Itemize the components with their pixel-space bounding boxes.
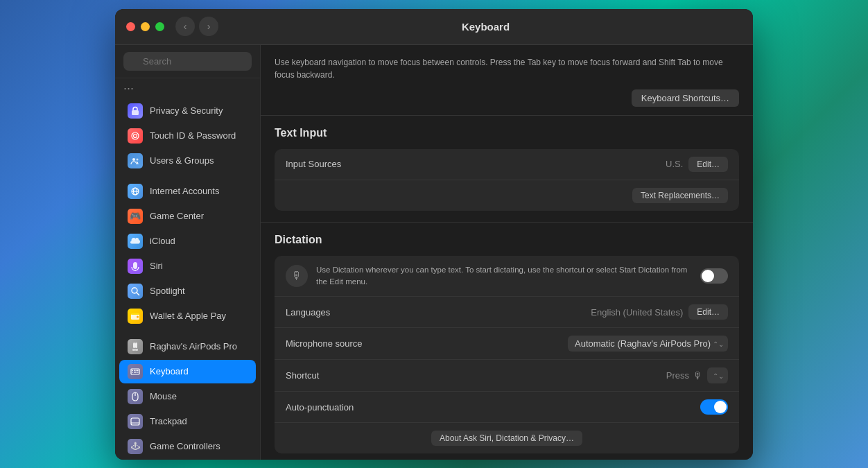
shortcut-mic-icon: 🎙 — [693, 370, 703, 381]
keyboard-icon — [128, 364, 143, 379]
forward-button[interactable]: › — [199, 17, 218, 36]
languages-value: English (United States) — [591, 307, 683, 318]
text-replacements-row: Text Replacements… — [275, 180, 739, 211]
titlebar: ‹ › Keyboard — [115, 9, 753, 45]
sidebar-item-privacy[interactable]: Privacy & Security — [119, 99, 256, 123]
input-sources-label: Input Sources — [286, 159, 666, 169]
gamecontrollers-icon: 🕹 — [128, 439, 143, 454]
sidebar-item-airpods[interactable]: Raghav's AirPods Pro — [119, 335, 256, 358]
languages-label: Languages — [286, 307, 591, 318]
sidebar-item-spotlight[interactable]: Spotlight — [119, 279, 256, 303]
input-sources-row: Input Sources U.S. Edit… — [275, 149, 739, 180]
search-wrapper: ⌕ — [123, 52, 252, 71]
airpods-icon — [128, 339, 143, 354]
dictation-toggle[interactable] — [700, 268, 728, 284]
svg-line-10 — [137, 293, 139, 295]
sidebar-item-label-spotlight: Spotlight — [150, 286, 185, 296]
about-siri-button[interactable]: About Ask Siri, Dictation & Privacy… — [431, 431, 582, 446]
auto-punctuation-label: Auto-punctuation — [286, 402, 700, 413]
dictation-toggle-knob — [702, 270, 714, 282]
sidebar-more-indicator: ··· — [115, 78, 260, 98]
content-panel: Use keyboard navigation to move focus be… — [261, 45, 753, 460]
sidebar-item-gamecontrollers[interactable]: 🕹 Game Controllers — [119, 435, 256, 458]
svg-point-3 — [132, 158, 135, 161]
sidebar-item-label-airpods: Raghav's AirPods Pro — [150, 341, 237, 352]
sidebar-item-users[interactable]: Users & Groups — [119, 149, 256, 173]
sidebar-item-icloud[interactable]: iCloud — [119, 229, 256, 253]
system-preferences-window: ‹ › Keyboard ⌕ ··· — [115, 9, 753, 460]
svg-rect-0 — [132, 110, 139, 115]
sidebar-item-siri[interactable]: Siri — [119, 254, 256, 278]
sidebar-item-label-keyboard: Keyboard — [150, 366, 189, 376]
sidebar-item-label-trackpad: Trackpad — [150, 416, 187, 426]
search-input[interactable] — [123, 52, 252, 71]
shortcut-row: Shortcut Press 🎙 ⌃⌄ — [275, 360, 739, 392]
sidebar-item-trackpad[interactable]: Trackpad — [119, 410, 256, 433]
svg-point-1 — [132, 132, 139, 139]
shortcut-select-wrapper: ⌃⌄ — [707, 367, 728, 383]
sidebar-item-internet[interactable]: Internet Accounts — [119, 180, 256, 203]
auto-punctuation-toggle-knob — [714, 401, 727, 413]
internet-icon — [128, 184, 143, 199]
microphone-label: Microphone source — [286, 338, 568, 349]
top-section: Use keyboard navigation to move focus be… — [261, 45, 753, 116]
shortcut-select[interactable] — [707, 367, 728, 383]
text-input-card: Input Sources U.S. Edit… Text Replacemen… — [275, 149, 739, 211]
svg-point-9 — [132, 288, 137, 293]
sidebar-item-mouse[interactable]: Mouse — [119, 385, 256, 408]
sidebar-item-keyboard[interactable]: Keyboard — [119, 360, 256, 383]
sidebar-item-touchid[interactable]: Touch ID & Password — [119, 124, 256, 148]
sidebar-item-label-siri: Siri — [150, 261, 163, 271]
svg-point-13 — [137, 315, 139, 318]
about-siri-row: About Ask Siri, Dictation & Privacy… — [275, 423, 739, 453]
dictation-card: 🎙 Use Dictation wherever you can type te… — [275, 256, 739, 454]
top-description: Use keyboard navigation to move focus be… — [275, 56, 739, 81]
dictation-section: Dictation 🎙 Use Dictation wherever you c… — [261, 223, 753, 460]
auto-punctuation-toggle[interactable] — [700, 399, 728, 415]
sidebar-item-label-users: Users & Groups — [150, 155, 214, 166]
icloud-icon — [128, 234, 143, 249]
microphone-select-wrapper: Automatic (Raghav's AirPods Pro) ⌃⌄ — [568, 336, 728, 352]
dictation-description: Use Dictation wherever you can type text… — [316, 264, 692, 288]
minimize-button[interactable] — [141, 22, 150, 31]
svg-point-2 — [134, 134, 137, 137]
svg-rect-15 — [135, 343, 137, 348]
sidebar-item-wallet[interactable]: Wallet & Apple Pay — [119, 304, 256, 328]
svg-rect-21 — [136, 370, 137, 371]
dictation-mic-icon: 🎙 — [286, 265, 308, 287]
svg-rect-17 — [135, 349, 138, 351]
svg-rect-16 — [132, 349, 135, 351]
keyboard-shortcuts-button[interactable]: Keyboard Shortcuts… — [632, 89, 739, 107]
svg-rect-25 — [137, 372, 139, 373]
text-input-title: Text Input — [275, 127, 739, 139]
sidebar-item-label-icloud: iCloud — [150, 236, 175, 246]
sidebar-item-gamecenter[interactable]: 🎮 Game Center — [119, 205, 256, 228]
microphone-select[interactable]: Automatic (Raghav's AirPods Pro) — [568, 336, 728, 352]
sidebar-item-label-mouse: Mouse — [150, 391, 177, 401]
touchid-icon — [128, 128, 143, 144]
nav-buttons: ‹ › — [175, 17, 218, 36]
dictation-toggle-row: 🎙 Use Dictation wherever you can type te… — [275, 256, 739, 297]
sidebar-item-label-touchid: Touch ID & Password — [150, 130, 236, 141]
svg-rect-14 — [133, 343, 135, 348]
users-icon — [128, 153, 143, 168]
text-input-section: Text Input Input Sources U.S. Edit… Text… — [261, 116, 753, 223]
wallet-icon — [128, 309, 143, 324]
siri-icon — [128, 259, 143, 274]
mouse-icon — [128, 389, 143, 404]
input-sources-edit-button[interactable]: Edit… — [688, 157, 728, 172]
back-button[interactable]: ‹ — [175, 17, 195, 36]
sidebar-item-label-wallet: Wallet & Apple Pay — [150, 311, 226, 321]
svg-rect-12 — [131, 313, 139, 315]
sidebar-item-label-internet: Internet Accounts — [150, 186, 219, 196]
languages-edit-button[interactable]: Edit… — [688, 304, 728, 320]
sidebar: ⌕ ··· Privacy & Security — [115, 45, 261, 460]
close-button[interactable] — [126, 22, 135, 31]
auto-punctuation-row: Auto-punctuation — [275, 392, 739, 423]
sidebar-item-label-gamecontrollers: Game Controllers — [150, 441, 220, 451]
maximize-button[interactable] — [155, 22, 164, 31]
svg-rect-23 — [132, 372, 134, 373]
text-replacements-button[interactable]: Text Replacements… — [632, 188, 728, 203]
svg-rect-20 — [134, 370, 135, 371]
sidebar-item-label-privacy: Privacy & Security — [150, 105, 223, 116]
